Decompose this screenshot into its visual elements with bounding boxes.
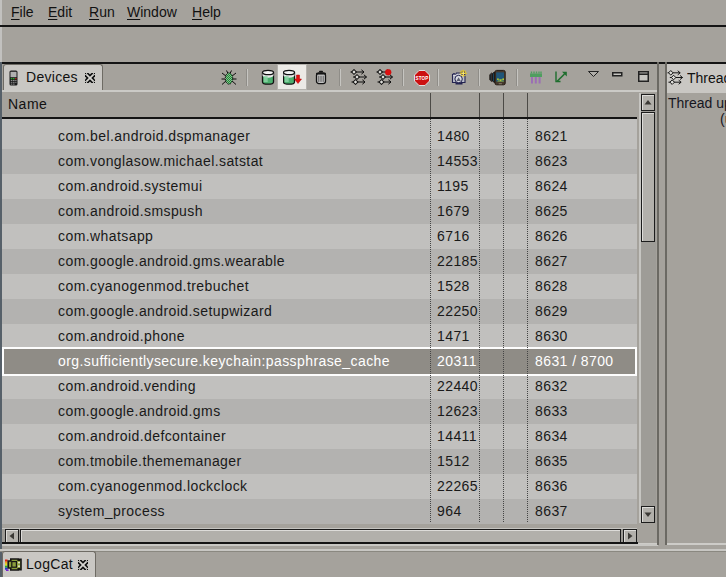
svg-text:STOP: STOP xyxy=(415,76,428,81)
